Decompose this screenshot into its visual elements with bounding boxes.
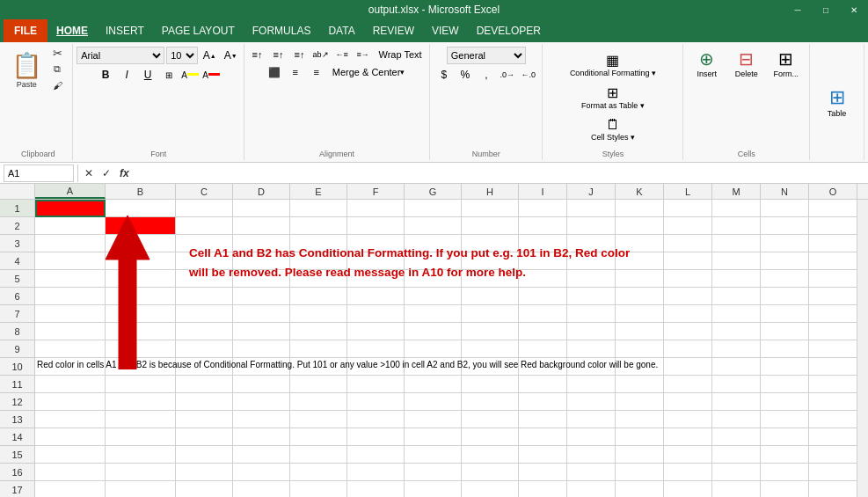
cell-F3[interactable]	[347, 235, 405, 252]
row-header-1[interactable]: 1	[0, 200, 34, 217]
cell-H3[interactable]	[462, 235, 519, 252]
cell-N15[interactable]	[761, 446, 809, 464]
cell-D4[interactable]	[233, 252, 290, 270]
cell-E8[interactable]	[290, 323, 347, 340]
cell-M1[interactable]	[712, 200, 761, 217]
format-button[interactable]: ⊞ Form...	[768, 46, 804, 81]
cell-E13[interactable]	[290, 411, 347, 428]
cell-H5[interactable]	[462, 270, 519, 288]
cell-A16[interactable]	[35, 464, 106, 481]
cell-I14[interactable]	[519, 428, 567, 446]
cell-N4[interactable]	[761, 252, 809, 270]
cell-O3[interactable]	[809, 235, 857, 252]
cell-B14[interactable]	[106, 428, 176, 446]
col-header-K[interactable]: K	[616, 184, 664, 199]
cell-F12[interactable]	[347, 393, 405, 411]
cell-M15[interactable]	[712, 446, 761, 464]
cell-F2[interactable]	[347, 217, 405, 235]
cell-H15[interactable]	[462, 446, 519, 464]
cell-G6[interactable]	[405, 288, 462, 305]
cell-O14[interactable]	[809, 428, 857, 446]
cell-H11[interactable]	[462, 376, 519, 393]
cell-K2[interactable]	[616, 217, 664, 235]
cell-I12[interactable]	[519, 393, 567, 411]
cell-E9[interactable]	[290, 340, 347, 358]
cell-A17[interactable]	[35, 481, 106, 497]
cell-I15[interactable]	[519, 446, 567, 464]
decimal-inc-btn[interactable]: .0→	[498, 66, 517, 84]
cell-O4[interactable]	[809, 252, 857, 270]
cell-O7[interactable]	[809, 305, 857, 323]
cut-button[interactable]: ✂	[47, 46, 68, 61]
cell-D16[interactable]	[233, 464, 290, 481]
cell-E6[interactable]	[290, 288, 347, 305]
cell-E17[interactable]	[290, 481, 347, 497]
row-header-6[interactable]: 6	[0, 288, 34, 305]
increase-font-btn[interactable]: A▲	[200, 47, 219, 64]
confirm-formula-btn[interactable]: ✓	[99, 166, 113, 180]
col-header-M[interactable]: M	[712, 184, 761, 199]
cell-G2[interactable]	[405, 217, 462, 235]
cell-B16[interactable]	[106, 464, 176, 481]
cell-M8[interactable]	[712, 323, 761, 340]
cell-B9[interactable]	[106, 340, 176, 358]
cell-A1[interactable]	[35, 200, 106, 217]
cell-styles-button[interactable]: 🗒 Cell Styles ▾	[588, 114, 638, 144]
cell-A13[interactable]	[35, 411, 106, 428]
angle-text-btn[interactable]: ab↗	[311, 47, 331, 62]
cell-O13[interactable]	[809, 411, 857, 428]
cell-A6[interactable]	[35, 288, 106, 305]
cell-K14[interactable]	[616, 428, 664, 446]
cell-C11[interactable]	[176, 376, 233, 393]
cell-O5[interactable]	[809, 270, 857, 288]
paste-button[interactable]: 📋 Paste	[8, 46, 45, 93]
row-header-3[interactable]: 3	[0, 235, 34, 252]
cell-A8[interactable]	[35, 323, 106, 340]
formulas-menu-item[interactable]: FORMULAS	[244, 19, 320, 42]
cell-C4[interactable]	[176, 252, 233, 270]
home-menu-item[interactable]: HOME	[47, 19, 97, 42]
format-painter-button[interactable]: 🖌	[47, 77, 68, 92]
fill-color-button[interactable]: A	[180, 66, 200, 84]
cell-H16[interactable]	[462, 464, 519, 481]
cell-H9[interactable]	[462, 340, 519, 358]
cell-K13[interactable]	[616, 411, 664, 428]
cell-I5[interactable]	[519, 270, 567, 288]
insert-menu-item[interactable]: INSERT	[97, 19, 153, 42]
row-header-14[interactable]: 14	[0, 428, 34, 446]
row-header-13[interactable]: 13	[0, 411, 34, 428]
cell-K5[interactable]	[616, 270, 664, 288]
insert-button[interactable]: ⊕ Insert	[689, 46, 725, 81]
cell-N6[interactable]	[761, 288, 809, 305]
cell-K7[interactable]	[616, 305, 664, 323]
cell-K15[interactable]	[616, 446, 664, 464]
cell-D1[interactable]	[233, 200, 290, 217]
cell-F4[interactable]	[347, 252, 405, 270]
cell-C16[interactable]	[176, 464, 233, 481]
cell-D7[interactable]	[233, 305, 290, 323]
row-header-10[interactable]: 10	[0, 358, 34, 376]
cell-I3[interactable]	[519, 235, 567, 252]
cell-J17[interactable]	[567, 481, 616, 497]
underline-button[interactable]: U	[138, 66, 157, 84]
cell-E16[interactable]	[290, 464, 347, 481]
copy-button[interactable]: ⧉	[47, 62, 68, 77]
cell-O15[interactable]	[809, 446, 857, 464]
align-top-right-btn[interactable]: ≡↑	[290, 47, 310, 62]
cell-N8[interactable]	[761, 323, 809, 340]
cell-A15[interactable]	[35, 446, 106, 464]
cell-G8[interactable]	[405, 323, 462, 340]
cell-J8[interactable]	[567, 323, 616, 340]
cell-L12[interactable]	[664, 393, 712, 411]
cell-I8[interactable]	[519, 323, 567, 340]
col-header-C[interactable]: C	[176, 184, 233, 199]
indent-decrease-btn[interactable]: ←≡	[332, 47, 352, 62]
cell-D17[interactable]	[233, 481, 290, 497]
cell-K8[interactable]	[616, 323, 664, 340]
cell-L17[interactable]	[664, 481, 712, 497]
file-menu-btn[interactable]: FILE	[4, 19, 47, 42]
cell-K12[interactable]	[616, 393, 664, 411]
align-top-center-btn[interactable]: ≡↑	[269, 47, 288, 62]
cell-G11[interactable]	[405, 376, 462, 393]
percent-btn[interactable]: %	[456, 66, 475, 84]
